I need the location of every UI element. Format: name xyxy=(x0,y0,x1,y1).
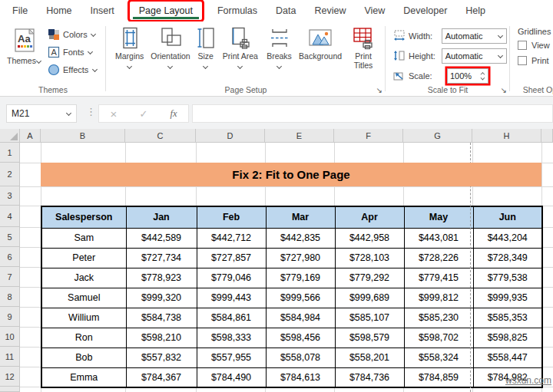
gridlines-view-checkbox[interactable]: View xyxy=(518,41,553,50)
table-cell[interactable]: Jack xyxy=(41,268,126,288)
table-cell[interactable]: Ron xyxy=(41,328,126,348)
table-cell[interactable]: $999,812 xyxy=(404,288,473,308)
table-header-cell[interactable]: Feb xyxy=(197,206,266,228)
table-cell[interactable]: Sam xyxy=(41,228,126,248)
checkbox-icon[interactable] xyxy=(518,56,527,65)
row-header-1[interactable]: 1 xyxy=(0,143,19,163)
spinner-arrows-icon[interactable] xyxy=(479,71,485,81)
table-cell[interactable]: Bob xyxy=(41,348,126,367)
column-header[interactable] xyxy=(541,129,553,143)
table-cell[interactable]: $598,210 xyxy=(126,328,197,348)
table-cell[interactable]: $728,349 xyxy=(473,248,542,268)
table-cell[interactable]: $598,333 xyxy=(197,328,266,348)
table-cell[interactable]: $727,980 xyxy=(266,248,335,268)
table-header-cell[interactable]: Jan xyxy=(126,206,197,228)
row-header[interactable] xyxy=(0,387,19,392)
size-button[interactable]: Size xyxy=(193,25,219,71)
table-cell[interactable]: $779,292 xyxy=(335,268,404,288)
table-cell[interactable]: $442,835 xyxy=(266,228,335,248)
table-cell[interactable]: $558,447 xyxy=(473,348,542,367)
select-all-corner[interactable] xyxy=(0,129,20,143)
table-cell[interactable]: $557,832 xyxy=(126,348,197,367)
table-cell[interactable]: $728,226 xyxy=(404,248,473,268)
table-cell[interactable]: $999,443 xyxy=(197,288,266,308)
height-dropdown[interactable]: Automatic xyxy=(442,48,507,64)
tab-data[interactable]: Data xyxy=(267,0,305,21)
background-button[interactable]: Background xyxy=(296,25,344,61)
insert-function-icon[interactable]: fx xyxy=(170,108,177,120)
table-cell[interactable]: $778,923 xyxy=(126,268,197,288)
table-header-cell[interactable]: Jun xyxy=(473,206,542,228)
formula-input[interactable] xyxy=(192,104,553,123)
table-cell[interactable]: $442,958 xyxy=(335,228,404,248)
tab-page-layout[interactable]: Page Layout xyxy=(130,2,202,20)
table-cell[interactable]: $999,689 xyxy=(335,288,404,308)
orientation-button[interactable]: Orientation xyxy=(148,25,192,71)
scale-spinner[interactable]: 100% xyxy=(447,68,488,84)
themes-button[interactable]: Aa Themes xyxy=(5,25,45,65)
column-header-g[interactable]: G xyxy=(403,129,472,143)
tab-help[interactable]: Help xyxy=(456,0,495,21)
row-header-9[interactable]: 9 xyxy=(0,307,19,327)
table-cell[interactable]: $728,103 xyxy=(335,248,404,268)
scale-to-fit-dialog-launcher-icon[interactable]: ↘ xyxy=(501,87,507,94)
table-cell[interactable]: $784,613 xyxy=(266,367,335,387)
table-cell[interactable]: $443,081 xyxy=(404,228,473,248)
table-cell[interactable]: $779,415 xyxy=(404,268,473,288)
column-header-e[interactable]: E xyxy=(265,129,334,143)
table-cell[interactable]: $585,353 xyxy=(473,308,542,328)
row-header-6[interactable]: 6 xyxy=(0,247,19,267)
row-header-2[interactable]: 2 xyxy=(0,163,19,186)
row-header-10[interactable]: 10 xyxy=(0,327,19,347)
cancel-icon[interactable]: × xyxy=(111,107,118,120)
row-header-12[interactable]: 12 xyxy=(0,367,19,387)
table-cell[interactable]: $999,566 xyxy=(266,288,335,308)
table-cell[interactable]: $584,738 xyxy=(126,308,197,328)
page-setup-dialog-launcher-icon[interactable]: ↘ xyxy=(376,87,382,94)
table-cell[interactable]: $727,734 xyxy=(126,248,197,268)
fonts-button[interactable]: A Fonts xyxy=(48,44,98,60)
table-cell[interactable]: $779,169 xyxy=(266,268,335,288)
table-cell[interactable]: $784,859 xyxy=(404,367,473,387)
table-cell[interactable]: $784,367 xyxy=(126,367,197,387)
table-cell[interactable]: $584,984 xyxy=(266,308,335,328)
table-cell[interactable]: $585,107 xyxy=(335,308,404,328)
tab-file[interactable]: File xyxy=(3,0,37,21)
column-header-c[interactable]: C xyxy=(125,129,196,143)
table-cell[interactable]: $784,490 xyxy=(197,367,266,387)
table-cell[interactable]: $598,579 xyxy=(335,328,404,348)
table-cell[interactable]: $999,320 xyxy=(126,288,197,308)
breaks-button[interactable]: Breaks xyxy=(262,25,296,71)
effects-button[interactable]: Effects xyxy=(48,62,98,77)
formula-bar-handle-icon[interactable]: ⋮ xyxy=(86,106,96,117)
table-cell[interactable]: $558,324 xyxy=(404,348,473,367)
table-cell[interactable]: $584,861 xyxy=(197,308,266,328)
table-cell[interactable]: Samuel xyxy=(41,288,126,308)
table-cell[interactable]: $443,204 xyxy=(473,228,542,248)
tab-developer[interactable]: Developer xyxy=(394,0,456,21)
table-cell[interactable]: $727,857 xyxy=(197,248,266,268)
column-header-b[interactable]: B xyxy=(41,129,125,143)
tab-insert[interactable]: Insert xyxy=(81,0,124,21)
table-cell[interactable]: $442,589 xyxy=(126,228,197,248)
table-cell[interactable]: $784,736 xyxy=(335,367,404,387)
table-cell[interactable]: $558,201 xyxy=(335,348,404,367)
table-cell[interactable]: $598,702 xyxy=(404,328,473,348)
tab-formulas[interactable]: Formulas xyxy=(208,0,267,21)
row-header-3[interactable]: 3 xyxy=(0,186,19,206)
tab-view[interactable]: View xyxy=(355,0,394,21)
table-cell[interactable]: $557,955 xyxy=(197,348,266,367)
table-cell[interactable]: $585,230 xyxy=(404,308,473,328)
table-cell[interactable]: $779,046 xyxy=(197,268,266,288)
tab-home[interactable]: Home xyxy=(37,0,81,21)
row-header-11[interactable]: 11 xyxy=(0,347,19,367)
row-header-8[interactable]: 8 xyxy=(0,287,19,307)
row-header-7[interactable]: 7 xyxy=(0,267,19,287)
print-area-button[interactable]: Print Area xyxy=(219,25,262,71)
table-cell[interactable]: $442,712 xyxy=(197,228,266,248)
table-header-cell[interactable]: Salesperson xyxy=(41,206,126,228)
row-header-5[interactable]: 5 xyxy=(0,227,19,247)
column-header-h[interactable]: H xyxy=(472,129,541,143)
checkbox-icon[interactable] xyxy=(518,41,527,50)
table-cell[interactable]: $558,078 xyxy=(266,348,335,367)
